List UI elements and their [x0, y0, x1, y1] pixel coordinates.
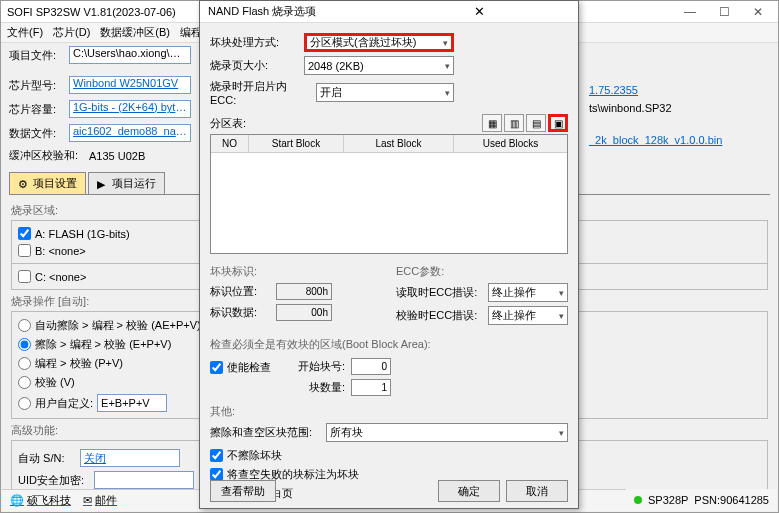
bin-link[interactable]: _2k_block_128k_v1.0.0.bin — [587, 131, 769, 149]
verify-ecc-select[interactable]: 终止操作▾ — [488, 306, 568, 325]
device-name: SP328P — [648, 494, 688, 506]
mark-pos-label: 标识位置: — [210, 284, 270, 299]
chevron-down-icon: ▾ — [445, 88, 450, 98]
block-count-input[interactable] — [351, 379, 391, 396]
ecc-params-header: ECC参数: — [396, 264, 568, 279]
auto-sn-label: 自动 S/N: — [18, 451, 74, 466]
mail-icon: ✉ — [83, 494, 92, 507]
buffer-crc-value: A135 U02B — [89, 150, 145, 162]
chip-model-link[interactable]: Winbond W25N01GV — [69, 76, 191, 94]
partition-btn-1[interactable]: ▦ — [482, 114, 502, 132]
enable-check-checkbox[interactable]: 使能检查 — [210, 354, 271, 377]
read-ecc-label: 读取时ECC措误: — [396, 285, 482, 300]
page-size-label: 烧录页大小: — [210, 58, 298, 73]
col-last: Last Block — [344, 135, 454, 152]
dialog-titlebar: NAND Flash 烧录选项 ✕ — [200, 1, 578, 23]
col-start: Start Block — [249, 135, 344, 152]
nand-options-dialog: NAND Flash 烧录选项 ✕ 坏块处理方式: 分区模式(含跳过坏块)▾ 烧… — [199, 0, 579, 509]
start-block-input[interactable] — [351, 358, 391, 375]
data-file-link[interactable]: aic1602_demo88_nand_page_2 — [69, 124, 191, 142]
gear-icon: ⚙ — [18, 178, 30, 190]
chevron-down-icon: ▾ — [445, 61, 450, 71]
tab-settings-label: 项目设置 — [33, 176, 77, 191]
uid-input[interactable] — [94, 471, 194, 489]
chevron-down-icon: ▾ — [559, 288, 564, 298]
tab-settings[interactable]: ⚙ 项目设置 — [9, 172, 86, 194]
other-header: 其他: — [210, 404, 568, 419]
globe-icon: 🌐 — [10, 494, 24, 507]
chip-capacity-label: 芯片容量: — [9, 102, 65, 117]
version-link[interactable]: 1.75.2355 — [587, 81, 769, 99]
chevron-down-icon: ▾ — [443, 38, 448, 48]
statusbar: SP328P PSN:90641285 — [626, 489, 777, 511]
psn-value: 90641285 — [720, 494, 769, 506]
play-icon: ▶ — [97, 178, 109, 190]
project-file-label: 项目文件: — [9, 48, 65, 63]
menu-file[interactable]: 文件(F) — [7, 25, 43, 40]
minimize-button[interactable]: — — [676, 3, 704, 21]
block-count-label: 块数量: — [291, 380, 345, 395]
menu-buffer[interactable]: 数据缓冲区(B) — [100, 25, 170, 40]
erase-scope-label: 擦除和查空区块范围: — [210, 425, 320, 440]
chevron-down-icon: ▾ — [559, 311, 564, 321]
right-info: 1.75.2355 ts\winbond.SP32 _2k_block_128k… — [583, 57, 773, 153]
data-file-label: 数据文件: — [9, 126, 65, 141]
bad-block-mode-select[interactable]: 分区模式(含跳过坏块)▾ — [304, 33, 454, 52]
op-custom-input[interactable] — [97, 394, 167, 412]
psn-label: PSN: — [694, 494, 720, 506]
bad-id-header: 坏块标识: — [210, 264, 382, 279]
auto-sn-input[interactable] — [80, 449, 180, 467]
partition-table-label: 分区表: — [210, 116, 482, 131]
col-no: NO — [211, 135, 249, 152]
menu-chip[interactable]: 芯片(D) — [53, 25, 90, 40]
partition-btn-3[interactable]: ▤ — [526, 114, 546, 132]
page-size-select[interactable]: 2048 (2KB)▾ — [304, 56, 454, 75]
dialog-title: NAND Flash 烧录选项 — [208, 4, 389, 19]
buffer-crc-label: 缓冲区校验和: — [9, 148, 85, 163]
ok-button[interactable]: 确定 — [438, 480, 500, 502]
chevron-down-icon: ▾ — [559, 428, 564, 438]
col-used: Used Blocks — [454, 135, 567, 152]
ecc-enable-select[interactable]: 开启▾ — [316, 83, 454, 102]
ecc-enable-label: 烧录时开启片内ECC: — [210, 79, 310, 106]
bad-block-mode-label: 坏块处理方式: — [210, 35, 298, 50]
boot-area-header: 检查必须全是有效块的区域(Boot Block Area): — [210, 337, 568, 352]
site-link[interactable]: 🌐硕飞科技 — [10, 493, 71, 508]
erase-scope-select[interactable]: 所有块▾ — [326, 423, 568, 442]
dialog-close-button[interactable]: ✕ — [389, 4, 570, 19]
partition-table[interactable]: NO Start Block Last Block Used Blocks — [210, 134, 568, 254]
close-button[interactable]: ✕ — [744, 3, 772, 21]
chip-capacity-link[interactable]: 1G-bits - (2K+64) byte * 64 page — [69, 100, 191, 118]
right-path: ts\winbond.SP32 — [587, 99, 769, 117]
tab-run-label: 项目运行 — [112, 176, 156, 191]
uid-label: UID安全加密: — [18, 473, 88, 488]
start-block-label: 开始块号: — [291, 359, 345, 374]
mark-data-label: 标识数据: — [210, 305, 270, 320]
maximize-button[interactable]: ☐ — [710, 3, 738, 21]
partition-btn-2[interactable]: ▥ — [504, 114, 524, 132]
mail-link[interactable]: ✉邮件 — [83, 493, 117, 508]
mark-data-value: 00h — [276, 304, 332, 321]
read-ecc-select[interactable]: 终止操作▾ — [488, 283, 568, 302]
help-button[interactable]: 查看帮助 — [210, 480, 276, 502]
chip-model-label: 芯片型号: — [9, 78, 65, 93]
cancel-button[interactable]: 取消 — [506, 480, 568, 502]
tab-run[interactable]: ▶ 项目运行 — [88, 172, 165, 194]
partition-load-button[interactable]: ▣ — [548, 114, 568, 132]
status-led-icon — [634, 496, 642, 504]
verify-ecc-label: 校验时ECC措误: — [396, 308, 482, 323]
mark-pos-value: 800h — [276, 283, 332, 300]
no-erase-bad-checkbox[interactable]: 不擦除坏块 — [210, 446, 568, 465]
project-file-path[interactable]: C:\Users\hao.xiong\Documents\w — [69, 46, 191, 64]
